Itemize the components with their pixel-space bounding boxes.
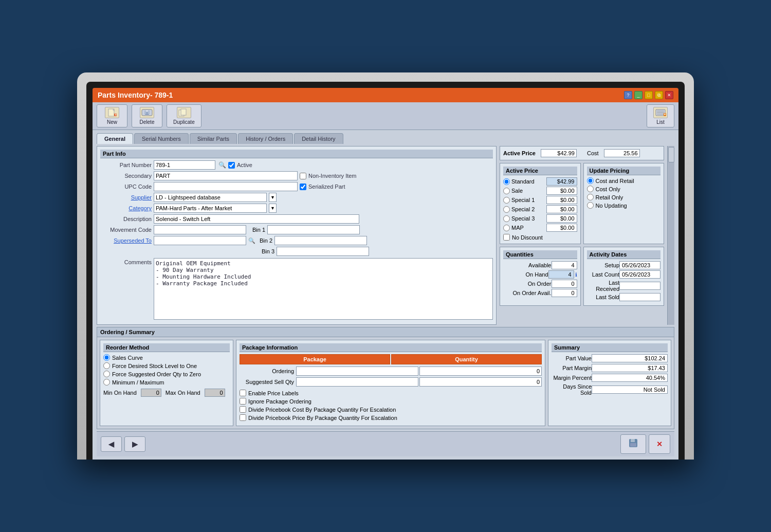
margin-percent-input[interactable] — [592, 374, 668, 382]
upc-code-label: UPC Code — [100, 184, 152, 190]
sale-radio[interactable] — [503, 188, 510, 194]
restore-button[interactable]: ⧉ — [655, 91, 663, 99]
cost-input[interactable] — [604, 149, 640, 157]
serialized-checkbox[interactable] — [300, 184, 306, 190]
save-button[interactable] — [620, 434, 646, 454]
part-margin-input[interactable] — [592, 364, 668, 372]
maximize-button[interactable]: □ — [645, 91, 653, 99]
special3-row: Special 3 $0.00 — [503, 214, 577, 223]
bin3-row: Bin 3 — [100, 247, 493, 256]
supplier-label[interactable]: Supplier — [100, 194, 152, 200]
superseded-to-input[interactable] — [154, 236, 246, 245]
supplier-dropdown-icon[interactable]: ▼ — [269, 193, 277, 202]
no-discount-checkbox[interactable] — [503, 234, 510, 241]
quantity-header-btn[interactable]: Quantity — [391, 354, 542, 364]
special3-radio[interactable] — [503, 215, 510, 222]
superseded-to-label[interactable]: Superseded To — [100, 237, 152, 244]
last-received-value[interactable] — [619, 282, 660, 290]
category-dropdown-icon[interactable]: ▼ — [269, 204, 277, 213]
superseded-search-icon[interactable]: 🔍 — [248, 237, 255, 244]
map-value: $0.00 — [546, 224, 577, 232]
suggested-sell-package-input[interactable] — [296, 377, 418, 387]
min-max-radio[interactable] — [103, 379, 110, 386]
help-button[interactable]: ? — [624, 91, 632, 99]
ignore-package-ordering-checkbox[interactable] — [240, 398, 246, 405]
bin3-input[interactable] — [277, 247, 369, 256]
ordering-package-input[interactable] — [296, 366, 418, 376]
forward-button[interactable]: ▶ — [124, 436, 145, 452]
close-button[interactable]: ✕ — [665, 91, 673, 99]
no-updating-radio[interactable] — [587, 202, 594, 209]
comments-textarea[interactable]: Original OEM Equipment - 90 Day Warranty… — [154, 258, 493, 320]
movement-code-input[interactable] — [154, 225, 246, 234]
available-value[interactable] — [552, 261, 577, 269]
enable-price-labels-checkbox[interactable] — [240, 390, 246, 396]
on-hand-info-icon[interactable]: ℹ — [575, 272, 577, 278]
special2-radio[interactable] — [503, 206, 510, 213]
cost-only-radio[interactable] — [587, 186, 594, 192]
divide-pricebook-price-row: Divide Pricebook Price By Package Quanti… — [240, 414, 542, 421]
last-count-value[interactable] — [619, 270, 660, 279]
summary-section: Summary Part Value Part Margin Margin Pe… — [548, 340, 671, 426]
part-value-input[interactable] — [592, 354, 668, 362]
retail-only-radio[interactable] — [587, 194, 594, 200]
category-input[interactable] — [154, 204, 267, 213]
on-hand-value[interactable] — [548, 270, 574, 279]
tab-general[interactable]: General — [97, 133, 133, 144]
duplicate-button[interactable]: Duplicate — [167, 104, 201, 127]
scroll-thumb[interactable] — [668, 147, 674, 162]
cost-retail-radio[interactable] — [587, 177, 594, 184]
active-price-top-value[interactable] — [541, 149, 577, 157]
supplier-input[interactable] — [154, 193, 267, 202]
special2-label: Special 2 — [511, 206, 535, 212]
special1-radio[interactable] — [503, 197, 510, 204]
package-header-btn[interactable]: Package — [240, 354, 390, 364]
divide-pricebook-cost-checkbox[interactable] — [240, 406, 246, 413]
scrollbar[interactable] — [667, 146, 674, 325]
minimize-button[interactable]: _ — [634, 91, 642, 99]
part-number-input[interactable] — [154, 160, 215, 170]
bin1-input[interactable] — [267, 225, 360, 234]
divide-pricebook-price-checkbox[interactable] — [240, 414, 246, 421]
sales-curve-radio[interactable] — [103, 354, 110, 361]
non-inventory-label: Non-Inventory Item — [308, 173, 357, 179]
available-label: Available — [503, 262, 552, 268]
map-radio[interactable] — [503, 225, 510, 231]
tab-serial-numbers[interactable]: Serial Numbers — [134, 133, 189, 144]
suggested-sell-qty-input[interactable] — [419, 377, 542, 387]
tab-history-orders[interactable]: History / Orders — [238, 133, 293, 144]
new-button[interactable]: + New — [97, 104, 127, 127]
divide-pricebook-cost-label: Divide Pricebook Cost By Package Quantit… — [248, 407, 396, 413]
min-on-hand-input[interactable] — [141, 389, 161, 397]
ordering-qty-input[interactable] — [419, 366, 542, 376]
non-inventory-checkbox[interactable] — [300, 173, 306, 179]
description-input[interactable] — [154, 214, 359, 224]
delete-button[interactable]: Delete — [132, 104, 162, 127]
available-row: Available — [503, 261, 577, 269]
force-suggested-radio[interactable] — [103, 371, 110, 377]
force-desired-radio[interactable] — [103, 362, 110, 369]
max-on-hand-input[interactable] — [205, 389, 225, 397]
category-label[interactable]: Category — [100, 205, 152, 211]
svg-rect-21 — [630, 443, 636, 447]
on-order-value[interactable] — [552, 280, 577, 288]
force-suggested-row: Force Suggested Order Qty to Zero — [103, 371, 230, 377]
last-sold-value[interactable] — [619, 293, 660, 301]
days-since-sold-input[interactable] — [592, 386, 668, 394]
toolbar: + New Delete Duplicate — [93, 102, 678, 130]
back-button[interactable]: ◀ — [101, 436, 122, 452]
standard-radio[interactable] — [503, 178, 510, 185]
list-button[interactable]: List — [647, 104, 674, 127]
setup-value[interactable] — [619, 261, 660, 269]
force-suggested-label: Force Suggested Order Qty to Zero — [112, 371, 201, 377]
secondary-input[interactable] — [154, 171, 298, 180]
tab-similar-parts[interactable]: Similar Parts — [190, 133, 237, 144]
cancel-button[interactable]: ✕ — [649, 434, 670, 454]
bin2-input[interactable] — [274, 236, 367, 245]
part-number-search-icon[interactable]: 🔍 — [218, 161, 226, 169]
upc-code-input[interactable] — [154, 182, 298, 191]
active-checkbox[interactable] — [228, 162, 235, 169]
on-order-avail-value[interactable] — [552, 289, 577, 297]
margin-percent-row: Margin Percent — [552, 374, 668, 382]
tab-detail-history[interactable]: Detail History — [294, 133, 343, 144]
